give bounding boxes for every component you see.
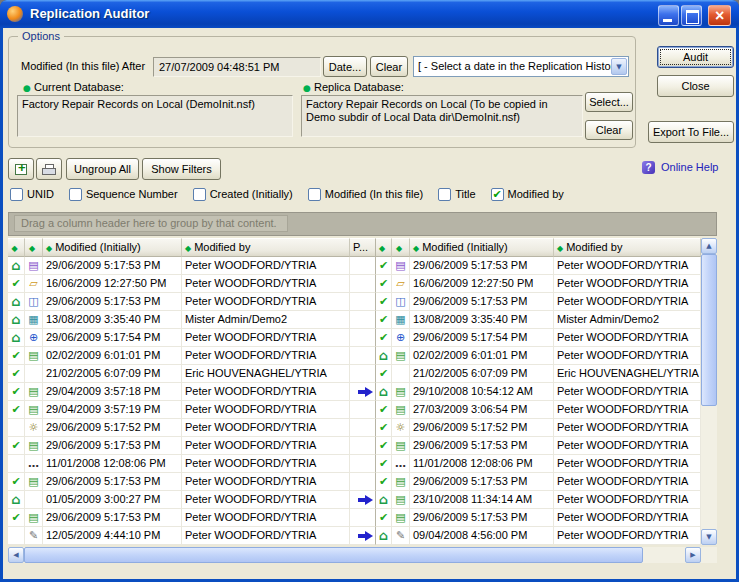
doc-icon: ▤	[28, 349, 38, 362]
grid-row[interactable]: ⌂01/05/2009 3:00:27 PMPeter WOODFORD/YTR…	[8, 491, 701, 509]
right-modified-initially-cell: 23/10/2008 11:34:14 AM	[410, 491, 554, 509]
grid-row[interactable]: ✔▤02/02/2009 6:01:01 PMPeter WOODFORD/YT…	[8, 347, 701, 365]
grid-row[interactable]: ⌂⊕29/06/2009 5:17:54 PMPeter WOODFORD/YT…	[8, 329, 701, 347]
date-button[interactable]: Date...	[323, 56, 367, 77]
scroll-right-icon[interactable]: ▶	[685, 547, 701, 563]
left-status-cell	[8, 527, 25, 545]
right-modified-initially-cell: 09/04/2008 4:56:00 PM	[410, 527, 554, 545]
clear-replica-button[interactable]: Clear	[585, 120, 633, 140]
vertical-scrollbar[interactable]: ▲ ▼	[701, 238, 717, 545]
grid-row[interactable]: ✎12/05/2009 4:44:10 PMPeter WOODFORD/YTR…	[8, 527, 701, 545]
checkbox-icon[interactable]	[69, 188, 82, 201]
checkbox-icon[interactable]	[308, 188, 321, 201]
left-modified-initially-cell: 29/06/2009 5:17:53 PM	[43, 257, 182, 275]
left-partial-cell	[350, 329, 376, 347]
modified-after-field: 27/07/2009 04:48:51 PM	[153, 57, 321, 77]
vertical-scrollbar-thumb[interactable]	[701, 254, 717, 406]
right-modified-by-header[interactable]: ◆Modified by	[554, 238, 701, 257]
titlebar[interactable]: Replication Auditor	[0, 0, 739, 28]
app-icon	[7, 6, 23, 22]
checkbox-icon[interactable]	[438, 188, 451, 201]
grid-row[interactable]: ✔▤29/04/2009 3:57:19 PMPeter WOODFORD/YT…	[8, 401, 701, 419]
replication-history-dropdown-value: [ - Select a date in the Replication His…	[414, 57, 611, 76]
options-group-label: Options	[18, 30, 64, 42]
clear-date-button[interactable]: Clear	[370, 56, 408, 77]
right-type-cell: ▤	[392, 509, 410, 527]
column-diamond-icon: ◆	[29, 244, 35, 253]
grid-row[interactable]: ✔▤29/06/2009 5:17:53 PMPeter WOODFORD/YT…	[8, 437, 701, 455]
home-icon: ⌂	[11, 330, 20, 345]
column-diamond-icon: ◆	[11, 244, 17, 253]
grid-row[interactable]: ⌂▤29/06/2009 5:17:53 PMPeter WOODFORD/YT…	[8, 257, 701, 275]
left-modified-by-cell: Peter WOODFORD/YTRIA	[182, 401, 350, 419]
filter-checkbox-modified-by[interactable]: ✔Modified by	[491, 188, 564, 201]
grid-row[interactable]: ✔▱16/06/2009 12:27:50 PMPeter WOODFORD/Y…	[8, 275, 701, 293]
checkbox-icon[interactable]: ✔	[491, 188, 504, 201]
right-status-column-header[interactable]: ◆	[376, 238, 392, 257]
grid-row[interactable]: ✔▤29/04/2009 3:57:18 PMPeter WOODFORD/YT…	[8, 383, 701, 401]
right-type-cell: ◫	[392, 293, 410, 311]
nav-icon: ⊕	[29, 331, 38, 344]
left-status-cell	[8, 455, 25, 473]
grid-row[interactable]: ⌂◫29/06/2009 5:17:53 PMPeter WOODFORD/YT…	[8, 293, 701, 311]
left-status-cell: ⌂	[8, 311, 25, 329]
filter-checkbox-title[interactable]: Title	[438, 188, 475, 201]
show-filters-button[interactable]: Show Filters	[142, 158, 221, 180]
checkbox-icon[interactable]	[10, 188, 23, 201]
group-by-bar[interactable]: Drag a column header here to group by th…	[8, 212, 717, 236]
scroll-up-icon[interactable]: ▲	[701, 238, 717, 254]
grid-row[interactable]: ✔▤29/06/2009 5:17:53 PMPeter WOODFORD/YT…	[8, 509, 701, 527]
minimize-button[interactable]	[658, 5, 679, 26]
grid-layout-button[interactable]	[8, 158, 34, 180]
left-partial-cell	[350, 275, 376, 293]
grid-row[interactable]: ⌂▦13/08/2009 3:35:40 PMMister Admin/Demo…	[8, 311, 701, 329]
left-modified-by-cell: Peter WOODFORD/YTRIA	[182, 455, 350, 473]
export-to-file-button[interactable]: Export To File...	[648, 121, 734, 143]
select-replica-button[interactable]: Select...	[585, 92, 633, 112]
grid-row[interactable]: ✔21/02/2005 6:07:09 PMEric HOUVENAGHEL/Y…	[8, 365, 701, 383]
right-status-cell: ✔	[376, 509, 392, 527]
print-button[interactable]	[36, 158, 62, 180]
filter-checkbox-sequence-number[interactable]: Sequence Number	[69, 188, 178, 201]
grid-row[interactable]: ☼29/06/2009 5:17:52 PMPeter WOODFORD/YTR…	[8, 419, 701, 437]
left-partial-column-header[interactable]: P...	[350, 238, 376, 257]
right-modified-initially-cell: 29/06/2009 5:17:53 PM	[410, 437, 554, 455]
home-icon: ⌂	[379, 492, 388, 507]
grid-row[interactable]: ✔▤29/06/2009 5:17:53 PMPeter WOODFORD/YT…	[8, 473, 701, 491]
audit-button[interactable]: Audit	[657, 46, 734, 68]
left-status-column-header[interactable]: ◆	[8, 238, 25, 257]
grid-row[interactable]: …11/01/2008 12:08:06 PMPeter WOODFORD/YT…	[8, 455, 701, 473]
close-button[interactable]: Close	[657, 75, 734, 97]
horizontal-scrollbar[interactable]: ◀ ▶	[8, 547, 701, 563]
scroll-left-icon[interactable]: ◀	[8, 547, 24, 563]
left-modified-by-header[interactable]: ◆Modified by	[182, 238, 350, 257]
left-type-column-header[interactable]: ◆	[25, 238, 43, 257]
horizontal-scrollbar-thumb[interactable]	[24, 547, 643, 563]
filter-checkbox-created-initially[interactable]: Created (Initially)	[193, 188, 293, 201]
filter-checkbox-modified-in-this-file[interactable]: Modified (In this file)	[308, 188, 423, 201]
right-status-cell: ✔	[376, 365, 392, 383]
filter-checkbox-unid[interactable]: UNID	[10, 188, 54, 201]
scroll-down-icon[interactable]: ▼	[701, 529, 717, 545]
right-modified-initially-header[interactable]: ◆Modified (Initially)	[410, 238, 554, 257]
view-icon: ◫	[28, 295, 38, 308]
doc-icon: ▤	[395, 385, 405, 398]
maximize-button[interactable]	[681, 5, 702, 26]
right-type-column-header[interactable]: ◆	[392, 238, 410, 257]
check-icon: ✔	[379, 403, 388, 416]
left-modified-initially-header[interactable]: ◆Modified (Initially)	[43, 238, 182, 257]
right-status-cell: ✔	[376, 401, 392, 419]
right-type-cell: ☼	[392, 419, 410, 437]
chevron-down-icon[interactable]: ▼	[611, 58, 627, 75]
left-partial-cell	[350, 527, 376, 545]
checkbox-icon[interactable]	[193, 188, 206, 201]
left-status-cell: ✔	[8, 437, 25, 455]
agent-icon: ☼	[29, 421, 39, 434]
right-modified-initially-cell: 29/06/2009 5:17:53 PM	[410, 509, 554, 527]
replication-history-dropdown[interactable]: [ - Select a date in the Replication His…	[413, 56, 629, 77]
doc-icon: ▤	[395, 439, 405, 452]
right-type-cell	[392, 365, 410, 383]
home-icon: ⌂	[379, 348, 388, 363]
close-icon[interactable]	[708, 5, 731, 26]
ungroup-all-button[interactable]: Ungroup All	[66, 158, 139, 180]
